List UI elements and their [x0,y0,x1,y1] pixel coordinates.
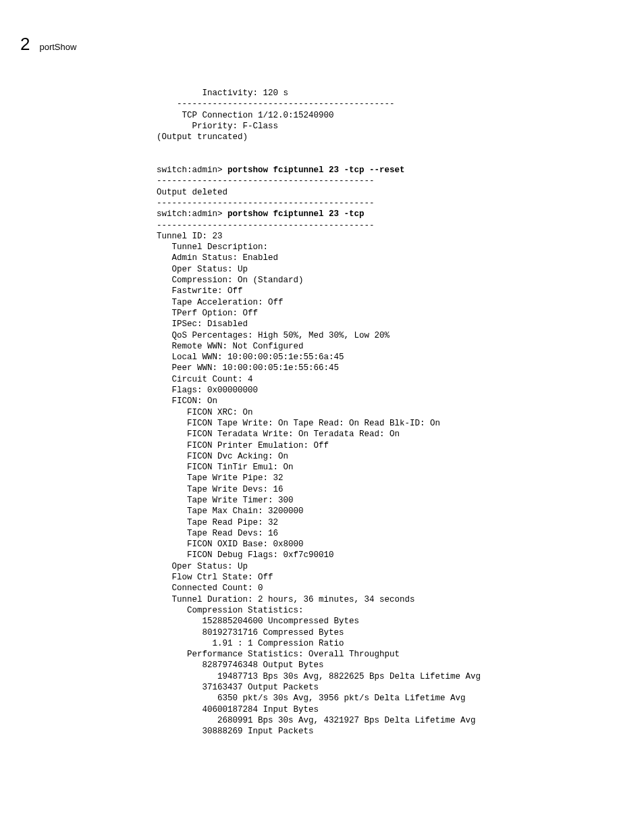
line: FICON XRC: On [157,408,253,417]
line: FICON OXID Base: 0x8000 [157,540,304,549]
line: FICON Teradata Write: On Teradata Read: … [157,429,400,439]
line: Tunnel ID: 23 [157,232,223,241]
line: Local WWN: 10:00:00:05:1e:55:6a:45 [157,353,344,362]
line: Flags: 0x00000000 [157,386,258,395]
line: 152885204600 Uncompressed Bytes [157,617,359,626]
line: 40600187284 Input Bytes [157,705,319,714]
line: 80192731716 Compressed Bytes [157,628,344,637]
line: 2680991 Bps 30s Avg, 4321927 Bps Delta L… [157,716,476,725]
line: Tape Read Devs: 16 [157,529,278,538]
line: FICON TinTir Emul: On [157,463,294,472]
line: Tape Max Chain: 3200000 [157,506,304,516]
page-header: 2 portShow [20,34,76,55]
cmd-prompt: switch:admin> [157,165,227,175]
line: Tape Write Devs: 16 [157,485,284,494]
line: Performance Statistics: Overall Throughp… [157,650,400,659]
line: FICON Dvc Acking: On [157,452,288,461]
cmd-text: portshow fciptunnel 23 -tcp [227,209,365,219]
separator: ----------------------------------------… [157,221,375,230]
chapter-number: 2 [20,34,30,55]
line: Flow Ctrl State: Off [157,573,273,582]
line: Tape Read Pipe: 32 [157,518,278,527]
line: Peer WWN: 10:00:00:05:1e:55:66:45 [157,363,339,373]
line: Fastwrite: Off [157,286,243,296]
line: IPSec: Disabled [157,319,248,329]
line: 1.91 : 1 Compression Ratio [157,639,344,648]
line: FICON Printer Emulation: Off [157,441,329,450]
line: Priority: F-Class [157,122,278,131]
line: Output deleted [157,188,227,197]
line: 30888269 Input Packets [157,727,314,736]
line: Tape Acceleration: Off [157,298,284,307]
line: 82879746348 Output Bytes [157,660,324,670]
separator: ----------------------------------------… [157,176,375,186]
line: 19487713 Bps 30s Avg, 8822625 Bps Delta … [157,672,481,681]
line: FICON Debug Flags: 0xf7c90010 [157,550,334,560]
line: TCP Connection 1/12.0:15240900 [157,111,334,120]
line: Oper Status: Up [157,562,248,571]
line: (Output truncated) [157,132,248,142]
line: Tunnel Duration: 2 hours, 36 minutes, 34… [157,595,415,604]
line: Connected Count: 0 [157,583,263,593]
line: Remote WWN: Not Configured [157,342,304,351]
line: ----------------------------------------… [157,99,395,109]
separator: ----------------------------------------… [157,199,375,208]
line: TPerf Option: Off [157,309,258,318]
line: FICON: On [157,396,217,406]
line: Inactivity: 120 s [157,88,288,98]
terminal-output: Inactivity: 120 s ----------------------… [157,88,481,737]
line: Tape Write Timer: 300 [157,496,294,505]
line: Admin Status: Enabled [157,253,278,263]
line: 6350 pkt/s 30s Avg, 3956 pkt/s Delta Lif… [157,694,466,703]
line: Tunnel Description: [157,242,268,252]
line: 37163437 Output Packets [157,683,319,692]
cmd-prompt: switch:admin> [157,209,227,219]
line: Tape Write Pipe: 32 [157,473,284,483]
line: Compression Statistics: [157,606,304,615]
line: Circuit Count: 4 [157,375,253,384]
cmd-text: portshow fciptunnel 23 -tcp --reset [227,165,405,175]
line: Compression: On (Standard) [157,276,304,285]
page-title: portShow [39,42,76,52]
line: Oper Status: Up [157,265,248,274]
line: QoS Percentages: High 50%, Med 30%, Low … [157,331,390,340]
line: FICON Tape Write: On Tape Read: On Read … [157,419,440,428]
